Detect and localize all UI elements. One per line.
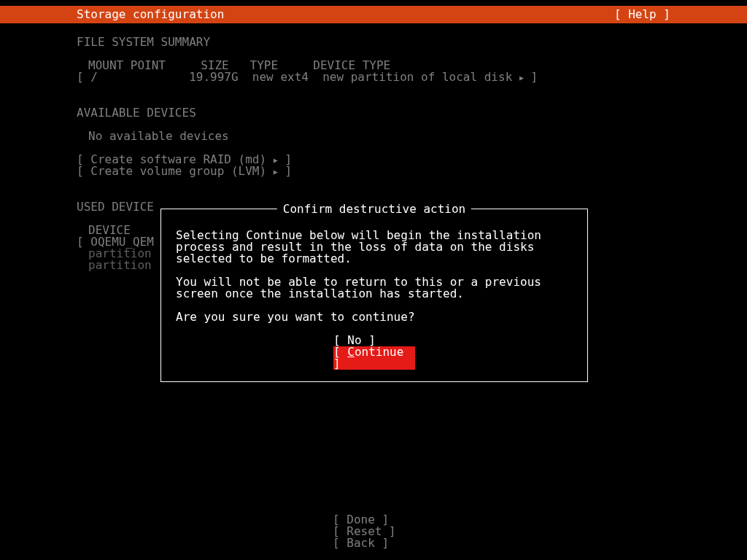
dialog-paragraph: Selecting Continue below will begin the … xyxy=(176,230,573,265)
dialog-paragraph: Are you sure you want to continue? xyxy=(176,311,573,323)
continue-button[interactable]: [ Continue ] xyxy=(333,346,415,370)
header-bar: Storage configuration [ Help ] xyxy=(0,6,747,23)
dialog-paragraph: You will not be able to return to this o… xyxy=(176,276,573,300)
back-button[interactable]: [ Back ] xyxy=(333,537,414,549)
fs-summary-row[interactable]: [ / 19.997G new ext4 new partition of lo… xyxy=(77,71,747,84)
available-devices-title: AVAILABLE DEVICES xyxy=(77,107,747,119)
fs-summary-title: FILE SYSTEM SUMMARY xyxy=(77,36,747,48)
help-button[interactable]: [ Help ] xyxy=(614,6,670,23)
create-lvm-button[interactable]: [ Create volume group (LVM) ▶ ] xyxy=(77,166,747,178)
confirm-dialog: Confirm destructive action Selecting Con… xyxy=(160,209,588,382)
page-title: Storage configuration xyxy=(77,6,224,23)
dialog-title: Confirm destructive action xyxy=(277,203,471,215)
footer-buttons: [ Done ] [ Reset ] [ Back ] xyxy=(0,514,747,549)
no-available-devices: No available devices xyxy=(77,131,747,142)
